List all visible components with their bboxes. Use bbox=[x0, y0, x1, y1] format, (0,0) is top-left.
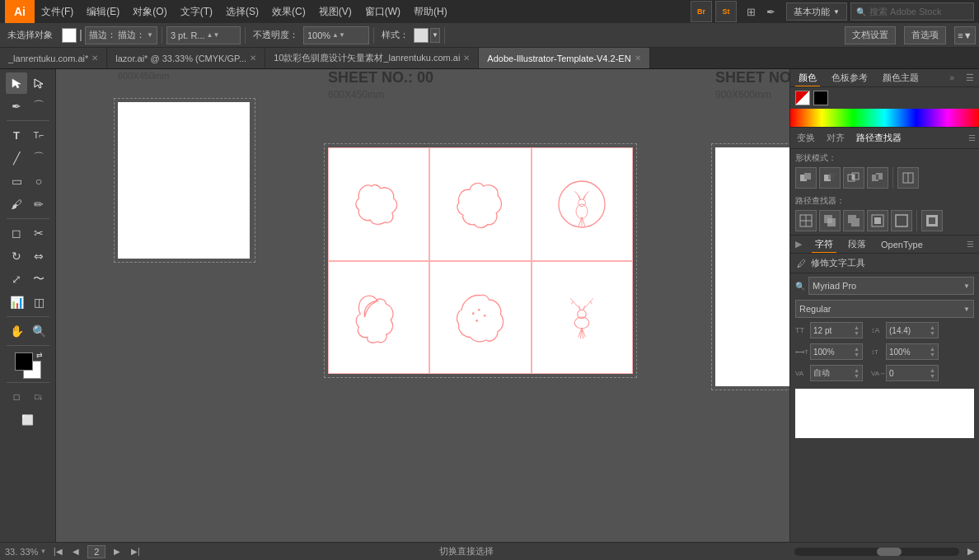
ellipse-tool[interactable]: ○ bbox=[28, 170, 49, 192]
selection-tool[interactable] bbox=[6, 72, 27, 94]
hscale-input[interactable]: 100% ▲▼ bbox=[810, 343, 863, 360]
vscale-input[interactable]: 100% ▲▼ bbox=[886, 343, 939, 360]
arc-tool[interactable]: ⌒ bbox=[28, 147, 49, 169]
font-size-input[interactable]: 12 pt ▲▼ bbox=[810, 322, 863, 338]
color-tab[interactable]: 颜色 bbox=[795, 70, 820, 86]
merge-btn[interactable] bbox=[843, 210, 864, 231]
style-swatch[interactable] bbox=[414, 28, 429, 43]
opentype-tab[interactable]: OpenType bbox=[878, 238, 926, 251]
graph-tool[interactable]: 📊 bbox=[6, 292, 27, 313]
menu-view[interactable]: 视图(V) bbox=[312, 0, 358, 23]
arrange-icon[interactable]: ≡▼ bbox=[954, 26, 976, 44]
direct-selection-tool[interactable] bbox=[28, 72, 49, 94]
reflect-tool[interactable]: ⇔ bbox=[28, 245, 49, 267]
preferences-button[interactable]: 首选项 bbox=[904, 26, 946, 44]
search-input[interactable]: 🔍 搜索 Adobe Stock bbox=[850, 2, 974, 21]
doc-settings-button[interactable]: 文档设置 bbox=[845, 26, 896, 44]
line-tool[interactable]: ╱ bbox=[6, 147, 27, 169]
pathfinder-tab[interactable]: 路径查找器 bbox=[853, 130, 905, 146]
menu-help[interactable]: 帮助(H) bbox=[407, 0, 454, 23]
color-spectrum[interactable] bbox=[790, 109, 979, 127]
brush-icon[interactable]: ✒ bbox=[761, 2, 780, 21]
next-page-btn[interactable]: ▶ bbox=[110, 545, 124, 558]
font-family-dropdown[interactable]: Myriad Pro ▼ bbox=[808, 277, 974, 295]
prev-page-btn[interactable]: ◀ bbox=[69, 545, 82, 558]
tab-3[interactable]: Adobe-Illustrator-Template-V4.2-EN ✕ bbox=[479, 48, 649, 69]
hand-tool[interactable]: ✋ bbox=[6, 320, 27, 342]
fg-bg-swatch[interactable] bbox=[795, 91, 810, 105]
rotate-tool[interactable]: ↻ bbox=[6, 245, 27, 267]
intersect-btn[interactable] bbox=[843, 167, 864, 189]
workspace-selector[interactable]: 基本功能 ▼ bbox=[786, 2, 847, 21]
unite-btn[interactable] bbox=[795, 167, 817, 189]
change-screen-mode[interactable]: ⬜ bbox=[17, 409, 39, 431]
scroll-right-btn[interactable]: ▶ bbox=[967, 546, 974, 557]
tab-2[interactable]: 10款彩色驯鹿设计矢量素材_lanrentuku.com.ai ✕ bbox=[265, 48, 479, 69]
align-tab[interactable]: 对齐 bbox=[823, 130, 848, 146]
stroke-dropdown[interactable]: 3 pt. R... ▲▼ bbox=[166, 26, 241, 44]
menu-effect[interactable]: 效果(C) bbox=[265, 0, 312, 23]
eraser-tool[interactable]: ◻ bbox=[6, 222, 27, 244]
fill-color[interactable] bbox=[62, 28, 77, 43]
menu-object[interactable]: 对象(O) bbox=[126, 0, 173, 23]
warp-tool[interactable]: 〜 bbox=[28, 268, 49, 290]
collapse-icon[interactable]: ▶ bbox=[795, 239, 802, 250]
stroke-mode-dropdown[interactable]: 描边： 文件(F) 描边： ▼ bbox=[85, 26, 157, 44]
pathfinder-panel-menu[interactable]: ☰ bbox=[968, 133, 976, 142]
color-ref-tab[interactable]: 色板参考 bbox=[828, 70, 871, 86]
draw-mode-back[interactable]: □↓ bbox=[28, 386, 49, 408]
grid-view-icon[interactable]: ⊞ bbox=[742, 2, 760, 21]
h-scrollbar-thumb[interactable] bbox=[877, 548, 902, 556]
divide-btn[interactable] bbox=[795, 210, 817, 231]
crop-btn[interactable] bbox=[867, 210, 888, 231]
page-input[interactable] bbox=[87, 545, 105, 558]
exclude-btn[interactable] bbox=[867, 167, 888, 189]
tab-1[interactable]: lazor.ai* @ 33.33% (CMYK/GP... ✕ bbox=[107, 48, 265, 69]
pencil-tool[interactable]: ✏ bbox=[28, 194, 49, 215]
tab-close-1[interactable]: ✕ bbox=[250, 54, 256, 63]
menu-window[interactable]: 窗口(W) bbox=[358, 0, 407, 23]
gradient-tool[interactable]: ◫ bbox=[28, 292, 49, 313]
minus-front-btn[interactable] bbox=[819, 167, 841, 189]
scale-tool[interactable]: ⤢ bbox=[6, 268, 27, 290]
type-tool[interactable]: T bbox=[6, 124, 27, 146]
style-dropdown-arrow[interactable]: ▼ bbox=[430, 28, 440, 43]
tab-0[interactable]: _lanrentuku.com.ai* ✕ bbox=[0, 48, 107, 69]
char-tab[interactable]: 字符 bbox=[812, 236, 836, 253]
h-scrollbar-track[interactable] bbox=[794, 548, 959, 556]
font-style-dropdown[interactable]: Regular ▼ bbox=[795, 300, 974, 318]
menu-file[interactable]: 文件(F) bbox=[35, 0, 80, 23]
color-panel-expand[interactable]: » bbox=[949, 73, 954, 82]
menu-text[interactable]: 文字(T) bbox=[174, 0, 219, 23]
pen-tool[interactable]: ✒ bbox=[6, 96, 27, 117]
zoom-tool[interactable]: 🔍 bbox=[28, 320, 49, 342]
menu-select[interactable]: 选择(S) bbox=[219, 0, 265, 23]
zoom-dropdown[interactable]: 33. 33% ▼ bbox=[5, 547, 46, 557]
menu-edit[interactable]: 编辑(E) bbox=[80, 0, 126, 23]
swap-colors-icon[interactable]: ⇄ bbox=[36, 351, 43, 359]
expand-btn[interactable] bbox=[897, 167, 919, 189]
last-page-btn[interactable]: ▶| bbox=[129, 545, 142, 558]
curvature-tool[interactable]: ⌒ bbox=[28, 96, 49, 117]
brush-tool[interactable]: 🖌 bbox=[6, 194, 27, 215]
opacity-dropdown[interactable]: 100% ▲▼ bbox=[303, 26, 369, 44]
type-area-tool[interactable]: T⌐ bbox=[28, 124, 49, 146]
transform-tab[interactable]: 变换 bbox=[794, 130, 818, 146]
color-panel-menu[interactable]: ☰ bbox=[966, 72, 974, 83]
scissors-tool[interactable]: ✂ bbox=[28, 222, 49, 244]
outline-btn[interactable] bbox=[891, 210, 912, 231]
bridge-button[interactable]: Br bbox=[691, 1, 712, 22]
para-tab[interactable]: 段落 bbox=[845, 236, 869, 252]
tab-close-0[interactable]: ✕ bbox=[91, 54, 98, 63]
fill-color-box[interactable] bbox=[15, 352, 33, 371]
canvas-area[interactable]: SHEET NO.: 00 600X450mm SHEET NO.: 00 60… bbox=[56, 69, 789, 542]
fill-stroke-stack[interactable]: ⇄ bbox=[15, 352, 41, 379]
tracking-input[interactable]: 0 ▲▼ bbox=[886, 365, 939, 381]
trim-btn[interactable] bbox=[819, 210, 841, 231]
minus-back-btn[interactable] bbox=[921, 210, 943, 231]
char-panel-menu[interactable]: ☰ bbox=[967, 240, 974, 249]
tab-close-3[interactable]: ✕ bbox=[635, 54, 641, 63]
tab-close-2[interactable]: ✕ bbox=[463, 54, 470, 63]
black-swatch[interactable] bbox=[813, 91, 828, 105]
first-page-btn[interactable]: |◀ bbox=[51, 545, 64, 558]
